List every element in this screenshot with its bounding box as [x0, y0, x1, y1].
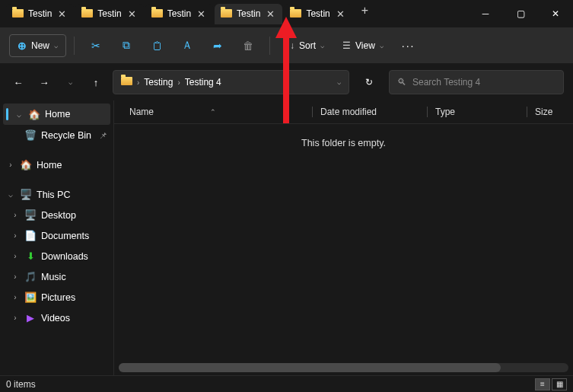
cut-button[interactable]: ✂ [82, 33, 110, 58]
view-button[interactable]: ☰ View ⌵ [335, 36, 391, 56]
chevron-right-icon[interactable]: › [11, 272, 20, 281]
close-icon[interactable]: ✕ [196, 8, 207, 20]
sidebar-item-label: Home [45, 109, 107, 120]
sidebar-item-home[interactable]: ⌵ 🏠 Home [3, 104, 110, 125]
folder-icon [81, 8, 93, 20]
up-button[interactable]: ↑ [87, 73, 105, 91]
folder-icon [121, 77, 132, 88]
address-bar: ← → ⌵ ↑ › Testing › Testing 4 ⌵ ↻ 🔍︎ Sea… [0, 64, 573, 100]
new-button[interactable]: ⊕ New ⌵ [9, 34, 66, 57]
copy-button[interactable]: ⧉ [113, 33, 140, 58]
chevron-down-icon[interactable]: ⌵ [6, 190, 15, 199]
chevron-right-icon[interactable]: › [11, 211, 20, 219]
sidebar-item-documents[interactable]: › 📄 Documents [0, 225, 113, 246]
desktop-icon: 🖥️ [24, 209, 37, 221]
empty-folder-message: This folder is empty. [114, 124, 573, 162]
search-input[interactable]: 🔍︎ Search Testing 4 [389, 70, 564, 94]
sidebar-item-desktop[interactable]: › 🖥️ Desktop [0, 205, 113, 225]
pc-icon: 🖥️ [20, 189, 32, 200]
divider [269, 37, 270, 55]
back-button[interactable]: ← [9, 73, 27, 91]
chevron-down-icon: ⌵ [380, 42, 384, 49]
sort-button[interactable]: ↑↓ Sort ⌵ [278, 36, 332, 56]
pictures-icon: 🖼️ [24, 292, 37, 303]
chevron-right-icon[interactable]: › [11, 252, 20, 260]
horizontal-scrollbar[interactable] [119, 363, 568, 372]
tab-2[interactable]: Testin ✕ [75, 4, 143, 24]
plus-icon: ⊕ [18, 40, 27, 52]
tab-5[interactable]: Testin ✕ [284, 4, 352, 24]
details-view-button[interactable]: ≡ [535, 378, 550, 390]
column-separator[interactable] [527, 107, 527, 117]
chevron-right-icon[interactable]: › [11, 231, 20, 240]
sidebar-item-downloads[interactable]: › ⬇ Downloads [0, 246, 113, 266]
sidebar-item-home2[interactable]: › 🏠 Home [0, 155, 113, 175]
chevron-right-icon: › [137, 78, 139, 87]
column-header-name[interactable]: Name ⌃ [129, 107, 312, 117]
tab-4-active[interactable]: Testin ✕ [215, 4, 282, 24]
chevron-down-icon[interactable]: ⌵ [14, 110, 24, 119]
folder-icon [221, 8, 232, 20]
chevron-right-icon[interactable]: › [11, 293, 20, 301]
tab-label: Testin [167, 8, 191, 19]
column-header-size[interactable]: Size [535, 107, 573, 117]
home-icon: 🏠 [28, 109, 40, 120]
forward-button[interactable]: → [35, 73, 53, 91]
close-icon[interactable]: ✕ [56, 8, 68, 20]
column-label: Size [535, 107, 552, 117]
sort-indicator-icon: ⌃ [210, 108, 216, 116]
maximize-button[interactable]: ▢ [503, 0, 538, 27]
breadcrumb[interactable]: › Testing › Testing 4 ⌵ [113, 70, 349, 94]
paste-button[interactable]: 📋︎ [143, 33, 170, 58]
tab-label: Testin [28, 8, 52, 19]
tab-3[interactable]: Testin ✕ [145, 4, 213, 24]
close-icon[interactable]: ✕ [126, 8, 138, 20]
sidebar-item-label: Recycle Bin [41, 130, 94, 141]
scrollbar-thumb[interactable] [119, 363, 501, 372]
new-tab-button[interactable]: + [354, 4, 376, 24]
sort-icon: ↑↓ [285, 40, 294, 51]
view-label: View [355, 40, 375, 51]
sidebar-item-label: Home [37, 160, 107, 171]
breadcrumb-item[interactable]: Testing [144, 77, 173, 88]
more-button[interactable]: ··· [394, 40, 423, 52]
view-mode-switch: ≡ ▦ [535, 378, 567, 390]
column-header-date[interactable]: Date modified [320, 107, 427, 117]
delete-button[interactable]: 🗑︎ [234, 33, 262, 58]
sidebar-item-label: Desktop [41, 210, 107, 221]
close-icon[interactable]: ✕ [335, 8, 346, 20]
minimize-button[interactable]: ─ [468, 0, 503, 27]
column-separator[interactable] [312, 107, 313, 117]
chevron-down-icon: ⌵ [54, 42, 58, 49]
close-icon[interactable]: ✕ [265, 8, 276, 20]
recent-button[interactable]: ⌵ [61, 73, 79, 91]
sidebar: ⌵ 🏠 Home 🗑️ Recycle Bin 📌︎ › 🏠 Home ⌵ 🖥️… [0, 100, 113, 375]
tab-1[interactable]: Testin ✕ [6, 4, 74, 24]
sidebar-item-recycle[interactable]: 🗑️ Recycle Bin 📌︎ [0, 125, 113, 145]
sidebar-item-thispc[interactable]: ⌵ 🖥️ This PC [0, 184, 113, 205]
share-button[interactable]: ➦ [204, 33, 231, 58]
sidebar-item-label: Videos [41, 313, 107, 323]
chevron-right-icon: › [177, 78, 180, 87]
titlebar: Testin ✕ Testin ✕ Testin ✕ Testin ✕ Test… [0, 0, 573, 27]
refresh-button[interactable]: ↻ [357, 70, 381, 94]
column-label: Name [129, 107, 154, 117]
content-pane: Name ⌃ Date modified Type Size This fold… [113, 100, 573, 375]
sidebar-item-pictures[interactable]: › 🖼️ Pictures [0, 287, 113, 308]
copy-icon: ⧉ [123, 39, 130, 52]
pin-icon: 📌︎ [99, 131, 107, 140]
rename-button[interactable]: Ａ [173, 33, 201, 58]
chevron-right-icon[interactable]: › [6, 161, 15, 169]
chevron-down-icon[interactable]: ⌵ [337, 78, 341, 86]
chevron-right-icon[interactable]: › [11, 314, 20, 322]
sidebar-item-music[interactable]: › 🎵 Music [0, 266, 113, 287]
icons-view-button[interactable]: ▦ [552, 378, 567, 390]
breadcrumb-item[interactable]: Testing 4 [185, 77, 221, 88]
column-label: Type [435, 107, 455, 117]
column-label: Date modified [320, 107, 377, 117]
close-window-button[interactable]: ✕ [538, 0, 573, 27]
column-header-type[interactable]: Type [435, 107, 527, 117]
column-separator[interactable] [427, 107, 428, 117]
tab-label: Testin [237, 8, 260, 19]
sidebar-item-videos[interactable]: › ▶ Videos [0, 308, 113, 328]
